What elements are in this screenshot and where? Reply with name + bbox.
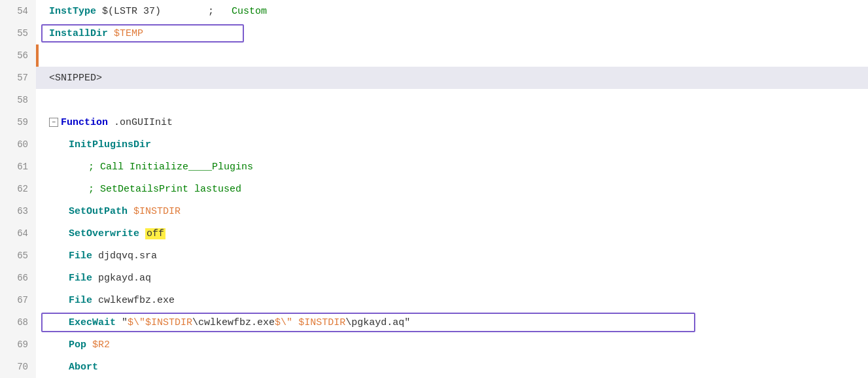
line-content: ; SetDetailsPrint lastused bbox=[36, 184, 868, 195]
token bbox=[139, 228, 145, 239]
token: SetOverwrite bbox=[69, 228, 139, 239]
line-number: 64 bbox=[0, 222, 36, 245]
code-line: 70Abort bbox=[0, 356, 868, 378]
code-editor: 54InstType $(LSTR 37) ; Custom55InstallD… bbox=[0, 0, 868, 378]
token: InitPluginsDir bbox=[69, 139, 151, 150]
token: \cwlkewfbz.exe bbox=[192, 317, 275, 328]
token: ; SetDetailsPrint lastused bbox=[88, 184, 241, 195]
line-number: 67 bbox=[0, 289, 36, 311]
token: $INSTDIR bbox=[298, 317, 345, 328]
token: pgkayd.aq bbox=[92, 273, 151, 284]
token: Pop bbox=[69, 339, 86, 351]
line-number: 61 bbox=[0, 156, 36, 178]
code-line: 58 bbox=[0, 89, 868, 111]
code-line: 69Pop $R2 bbox=[0, 334, 868, 356]
code-line: 66File pgkayd.aq bbox=[0, 267, 868, 289]
line-number: 56 bbox=[0, 44, 36, 67]
token: djdqvq.sra bbox=[92, 250, 157, 262]
line-number: 68 bbox=[0, 311, 36, 334]
token: $INSTDIR bbox=[133, 206, 181, 217]
token bbox=[128, 206, 133, 217]
code-line: 68ExecWait "$\"$INSTDIR\cwlkewfbz.exe$\"… bbox=[0, 311, 868, 334]
line-number: 63 bbox=[0, 200, 36, 222]
line-content: File cwlkewfbz.exe bbox=[36, 295, 868, 306]
token: ; bbox=[161, 6, 232, 17]
code-line: 61; Call Initialize____Plugins bbox=[0, 156, 868, 178]
code-line: 65File djdqvq.sra bbox=[0, 245, 868, 267]
line-content: InitPluginsDir bbox=[36, 139, 868, 150]
token: $R2 bbox=[92, 339, 110, 351]
token: SetOutPath bbox=[69, 206, 128, 217]
code-line: 54InstType $(LSTR 37) ; Custom bbox=[0, 0, 868, 22]
line-number: 70 bbox=[0, 356, 36, 378]
token: $\" bbox=[275, 317, 292, 328]
line-number: 55 bbox=[0, 22, 36, 44]
token: $(LSTR 37) bbox=[96, 6, 161, 17]
line-content: Abort bbox=[36, 362, 868, 373]
line-content: SetOutPath $INSTDIR bbox=[36, 206, 868, 217]
token: " bbox=[116, 317, 128, 328]
code-line: 57<SNIPPED> bbox=[0, 67, 868, 89]
token: \pgkayd.aq" bbox=[345, 317, 410, 328]
token: Abort bbox=[69, 362, 98, 373]
line-content: <SNIPPED> bbox=[36, 73, 868, 84]
token bbox=[292, 317, 298, 328]
token bbox=[86, 339, 92, 351]
token: $\"$INSTDIR bbox=[128, 317, 192, 328]
token: ExecWait bbox=[69, 317, 116, 328]
collapse-button[interactable]: − bbox=[49, 118, 58, 127]
line-number: 62 bbox=[0, 178, 36, 200]
line-content: InstType $(LSTR 37) ; Custom bbox=[36, 6, 868, 17]
token: File bbox=[69, 273, 92, 284]
code-line: 59−Function .onGUIInit bbox=[0, 111, 868, 133]
token: Custom bbox=[232, 6, 267, 17]
line-content: Pop $R2 bbox=[36, 339, 868, 351]
code-line: 64SetOverwrite off bbox=[0, 222, 868, 245]
code-line: 62; SetDetailsPrint lastused bbox=[0, 178, 868, 200]
token: ; Call Initialize____Plugins bbox=[88, 162, 253, 173]
line-number: 59 bbox=[0, 111, 36, 133]
token: InstType bbox=[49, 6, 96, 17]
line-number: 65 bbox=[0, 245, 36, 267]
token bbox=[108, 28, 114, 39]
token: cwlkewfbz.exe bbox=[92, 295, 175, 306]
token: Function bbox=[61, 117, 108, 128]
code-line: 67File cwlkewfbz.exe bbox=[0, 289, 868, 311]
line-content: File djdqvq.sra bbox=[36, 250, 868, 262]
code-line: 56 bbox=[0, 44, 868, 67]
line-content: −Function .onGUIInit bbox=[36, 117, 868, 128]
code-line: 60InitPluginsDir bbox=[0, 133, 868, 156]
token: $TEMP bbox=[114, 28, 143, 39]
code-line: 55InstallDir $TEMP bbox=[0, 22, 868, 44]
token: File bbox=[69, 250, 92, 262]
line-number: 58 bbox=[0, 89, 36, 111]
line-content: InstallDir $TEMP bbox=[36, 28, 868, 39]
line-content: ExecWait "$\"$INSTDIR\cwlkewfbz.exe$\" $… bbox=[36, 317, 868, 328]
line-content: File pgkayd.aq bbox=[36, 273, 868, 284]
line-number: 57 bbox=[0, 67, 36, 89]
line-number: 66 bbox=[0, 267, 36, 289]
orange-bar bbox=[36, 44, 39, 67]
line-number: 69 bbox=[0, 334, 36, 356]
code-line: 63SetOutPath $INSTDIR bbox=[0, 200, 868, 222]
code-container: 54InstType $(LSTR 37) ; Custom55InstallD… bbox=[0, 0, 868, 378]
token: <SNIPPED> bbox=[49, 73, 102, 84]
line-content: SetOverwrite off bbox=[36, 228, 868, 239]
line-content: ; Call Initialize____Plugins bbox=[36, 162, 868, 173]
line-number: 54 bbox=[0, 0, 36, 22]
token: off bbox=[145, 228, 165, 239]
token: File bbox=[69, 295, 92, 306]
token: InstallDir bbox=[49, 28, 108, 39]
line-number: 60 bbox=[0, 133, 36, 156]
token: .onGUIInit bbox=[108, 117, 173, 128]
